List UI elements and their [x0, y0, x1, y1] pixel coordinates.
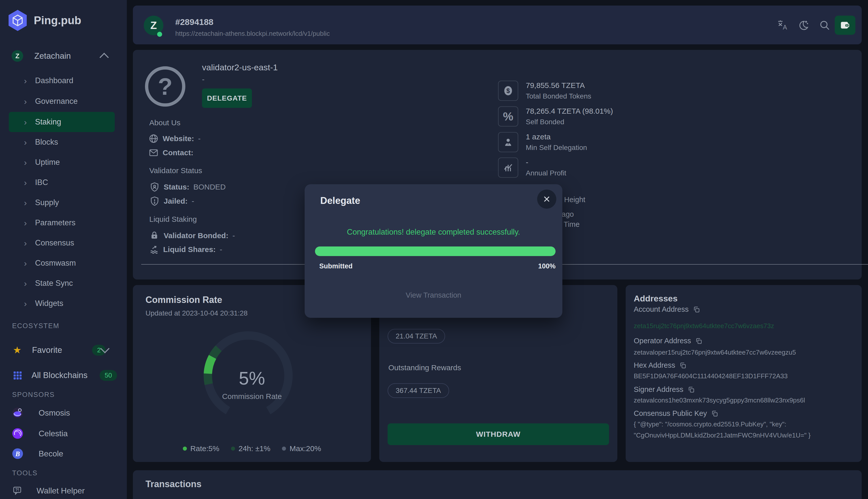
person-icon [498, 132, 518, 152]
zetachain-icon: Z [12, 50, 23, 62]
liquid-shares-value: - [219, 245, 222, 254]
chat-help-icon: ?! [12, 485, 23, 496]
sidebar: Ping.pub Z Zetachain › Dashboard › Gover… [0, 0, 127, 499]
sidebar-item-state-sync[interactable]: › State Sync [9, 273, 115, 293]
sidebar-item-consensus[interactable]: › Consensus [9, 233, 115, 253]
sidebar-item-parameters[interactable]: › Parameters [9, 213, 115, 233]
validator-bonded-row: Validator Bonded: - [150, 231, 235, 241]
sidebar-item-governance[interactable]: › Governance [9, 91, 115, 111]
chevron-right-icon: › [24, 198, 34, 208]
sidebar-item-becole[interactable]: B Becole [9, 443, 117, 464]
addresses-title: Addresses [634, 294, 678, 303]
sidebar-item-favorite[interactable]: ★ Favorite 2 [9, 340, 117, 361]
commission-title: Commission Rate [145, 295, 222, 305]
chevron-right-icon: › [24, 137, 34, 147]
sidebar-item-osmosis[interactable]: Osmosis [9, 403, 117, 423]
outstanding-amount-pill: 367.44 TZETA [388, 383, 449, 398]
chain-selector[interactable]: Z Zetachain [8, 46, 119, 66]
copy-icon[interactable] [695, 337, 703, 345]
close-icon [543, 195, 551, 203]
validator-bonded-value: - [233, 231, 235, 240]
svg-text:$: $ [507, 87, 510, 94]
jailed-value: - [192, 197, 194, 205]
waves-arrow-icon [149, 244, 159, 255]
brand-title: Ping.pub [34, 14, 81, 27]
progress-percent: 100% [305, 263, 556, 270]
view-transaction-link[interactable]: View Transaction [305, 291, 562, 300]
search-icon[interactable] [819, 20, 830, 31]
section-tools: TOOLS [12, 469, 38, 477]
gauge-value: 5% [133, 368, 371, 389]
operator-address-label: Operator Address [634, 337, 703, 345]
sidebar-item-uptime[interactable]: › Uptime [9, 152, 115, 172]
grid-icon [12, 370, 22, 380]
addresses-card: Addresses Account Address zeta15ruj2tc76… [626, 285, 862, 462]
stat-self-bonded: % 78,265.4 TZETA (98.01%) Self Bonded [498, 106, 613, 126]
becole-icon: B [12, 448, 23, 460]
coin-dollar-icon: $ [498, 81, 518, 101]
status-online-dot [157, 32, 162, 37]
sidebar-item-staking[interactable]: › Staking [9, 112, 115, 132]
svg-text:A: A [783, 24, 787, 31]
sidebar-item-ibc[interactable]: › IBC [9, 172, 115, 193]
modal-title: Delegate [320, 195, 360, 206]
status-row: Status: BONDED [150, 182, 226, 192]
sidebar-item-cosmwasm[interactable]: › Cosmwasm [9, 253, 115, 273]
topbar: Z #2894188 https://zetachain-athens.bloc… [133, 5, 862, 44]
website-value: - [198, 134, 201, 143]
sidebar-item-all-blockchains[interactable]: All Blockchains 50 [9, 365, 117, 386]
stat-annual-profit: - Annual Profit [498, 158, 566, 178]
hex-address-value: BE5F1D9A76F4604C1114404248EF13D1FFF72A33 [634, 370, 856, 381]
translate-icon[interactable]: A [777, 20, 789, 31]
chain-label: Zetachain [34, 51, 71, 61]
copy-icon[interactable] [688, 386, 695, 393]
legend-24h: 24h: ±1% [231, 444, 271, 453]
gauge-label: Commission Rate [133, 392, 371, 401]
account-address-value[interactable]: zeta15ruj2tc76pnj9xtw64utktee7cc7w6vzaes… [634, 320, 856, 331]
profit-chart-icon [498, 158, 518, 178]
jailed-row: Jailed: - [150, 196, 194, 206]
star-icon: ★ [13, 344, 22, 356]
sidebar-item-celestia[interactable]: Celestia [9, 423, 117, 443]
close-button[interactable] [537, 190, 556, 209]
legend-rate: Rate:5% [183, 444, 219, 453]
height-label-fragment: Height [564, 196, 585, 204]
chevron-right-icon: › [24, 279, 34, 288]
endpoint-url: https://zetachain-athens.blockpi.network… [175, 30, 330, 38]
rate-dot-icon [183, 447, 187, 451]
wallet-icon [840, 20, 850, 30]
mail-icon [148, 148, 159, 158]
consensus-pubkey-value: { "@type": "/cosmos.crypto.ed25519.PubKe… [634, 418, 856, 441]
sidebar-item-dashboard[interactable]: › Dashboard [9, 71, 115, 91]
chevron-right-icon: › [24, 299, 34, 308]
shield-person-icon [150, 182, 159, 192]
celestia-icon [12, 428, 23, 439]
sidebar-item-wallet-helper[interactable]: ?! Wallet Helper [9, 482, 117, 499]
chevron-right-icon: › [24, 76, 34, 86]
delegate-modal: Delegate Congratulations! delegate compl… [305, 184, 562, 318]
signer-address-label: Signer Address [634, 385, 695, 394]
copy-icon[interactable] [693, 306, 700, 313]
dark-mode-moon-icon[interactable] [798, 20, 809, 31]
withdraw-button[interactable]: WITHDRAW [388, 423, 609, 445]
block-height[interactable]: #2894188 [175, 17, 213, 27]
sidebar-item-widgets[interactable]: › Widgets [9, 293, 115, 314]
sidebar-item-supply[interactable]: › Supply [9, 193, 115, 213]
wallet-button[interactable] [835, 16, 855, 35]
signer-address-value: zetavalcons1he03mxnk73sycyg5gppy3mcn68ll… [634, 395, 856, 406]
progress-bar [315, 246, 556, 256]
chevron-right-icon: › [24, 258, 34, 268]
outstanding-rewards-label: Outstanding Rewards [388, 363, 461, 372]
percent-icon: % [498, 106, 518, 126]
copy-icon[interactable] [711, 410, 718, 417]
copy-icon[interactable] [679, 362, 687, 369]
consensus-pubkey-label: Consensus Public Key [634, 409, 718, 417]
globe-icon [148, 134, 159, 144]
svg-text:B: B [15, 450, 20, 458]
delegate-button[interactable]: DELEGATE [202, 88, 252, 108]
chevron-right-icon: › [24, 238, 34, 248]
chevron-up-icon [99, 53, 109, 62]
all-blockchains-count-badge: 50 [99, 370, 117, 381]
sidebar-item-blocks[interactable]: › Blocks [9, 132, 115, 152]
hex-address-label: Hex Address [634, 361, 687, 369]
